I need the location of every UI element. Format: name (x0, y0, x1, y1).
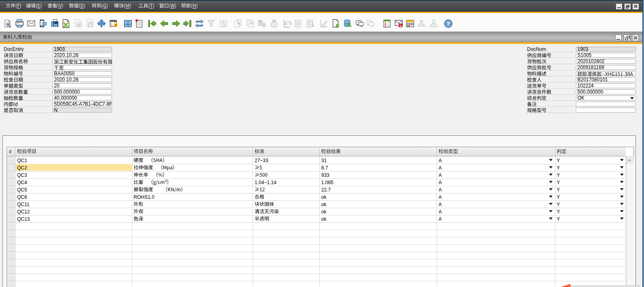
svg-text:Z: Z (223, 24, 225, 27)
svg-text:S: S (400, 24, 402, 28)
svg-text:$: $ (297, 22, 299, 26)
svg-text:T: T (115, 24, 117, 27)
svg-text:?: ? (447, 21, 450, 27)
svg-text:W: W (78, 23, 81, 27)
